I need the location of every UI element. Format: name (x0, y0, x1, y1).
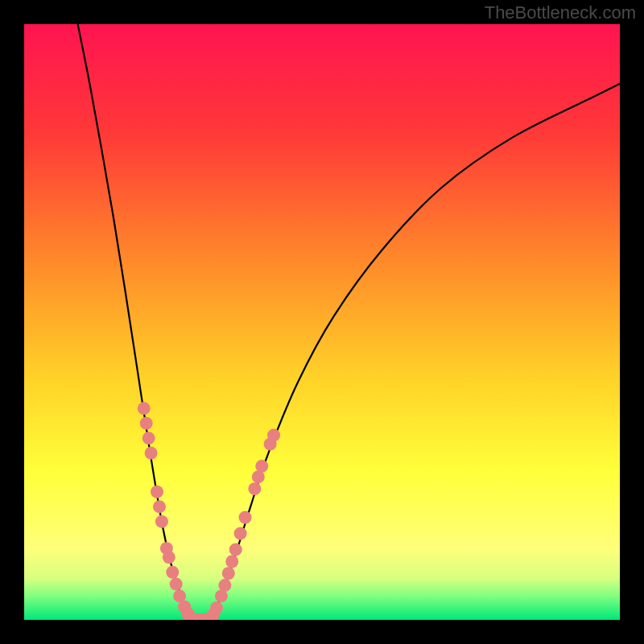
data-marker (239, 511, 252, 524)
data-marker (248, 482, 261, 495)
data-marker (142, 431, 155, 444)
data-marker (210, 601, 223, 614)
data-marker (155, 515, 168, 528)
data-marker (138, 402, 151, 415)
gradient-background (24, 24, 620, 620)
data-marker (218, 579, 231, 592)
watermark-text: TheBottleneck.com (485, 2, 636, 23)
data-marker (153, 500, 166, 513)
data-marker (255, 460, 268, 473)
data-marker (151, 485, 163, 498)
data-marker (140, 417, 153, 430)
data-marker (166, 566, 179, 579)
chart-svg (24, 24, 620, 620)
data-marker (229, 543, 242, 556)
data-marker (170, 578, 183, 591)
data-marker (163, 551, 175, 564)
data-marker (225, 555, 238, 568)
plot-area (24, 24, 620, 620)
data-marker (234, 527, 247, 540)
data-marker (267, 429, 280, 442)
data-marker (145, 447, 158, 460)
data-marker (222, 567, 235, 580)
chart-container: TheBottleneck.com (0, 0, 644, 644)
